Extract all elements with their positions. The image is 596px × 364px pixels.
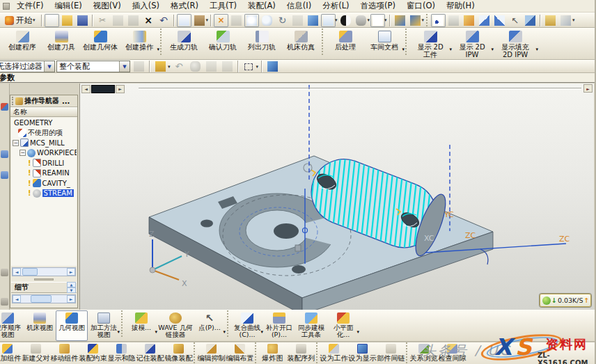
menu-preferences[interactable]: 首选项(P) xyxy=(355,0,401,12)
wireframe-caret-icon[interactable]: ▾ xyxy=(335,17,338,23)
composite-curve-button[interactable]: 复合曲线(C)... ▾ xyxy=(231,310,263,341)
angle-icon[interactable] xyxy=(558,14,573,27)
geometry-view-button[interactable]: 几何视图 xyxy=(56,310,88,341)
datum-plane-icon[interactable] xyxy=(446,14,461,27)
details-horizontal-scrollbar[interactable]: ◄ ► xyxy=(12,294,76,303)
postprocess-button[interactable]: 后处理 xyxy=(326,29,365,59)
scroll-right-icon[interactable]: ► xyxy=(67,295,75,303)
machine-simulation-button[interactable]: 机床仿真 xyxy=(281,29,320,59)
assembly-constraints-button[interactable]: 装配约束 xyxy=(79,342,107,364)
graphics-viewport[interactable]: YC XC ZC ZC Z Y X ◄ ► ► xyxy=(79,84,594,310)
rotate-view-icon[interactable]: ↻ xyxy=(275,14,290,27)
show-2d-ipw-button[interactable]: 显示 2D IPW ▾ xyxy=(451,29,493,59)
collapse-icon[interactable]: − xyxy=(13,140,19,146)
synchronous-modeling-button[interactable]: 同步建模工具条 xyxy=(295,310,327,341)
navigator-title-bar[interactable]: 操作导航器 ... xyxy=(10,95,77,107)
move-component-button[interactable]: 移动组件 xyxy=(50,342,79,364)
view-layout1-icon[interactable] xyxy=(393,14,407,27)
wave-geometry-linker-button[interactable]: WAVE 几何链接器 xyxy=(157,310,194,341)
shaded-object-icon[interactable] xyxy=(265,60,280,73)
menu-insert[interactable]: 插入(S) xyxy=(127,0,165,12)
save-icon[interactable] xyxy=(75,14,90,27)
tree-horizontal-scrollbar[interactable]: ◄ ► xyxy=(12,267,76,276)
undo-selection-icon[interactable]: ↶ xyxy=(172,60,187,73)
paste-icon[interactable] xyxy=(126,14,141,27)
open-folder-icon[interactable] xyxy=(60,14,74,27)
panel-splitter[interactable] xyxy=(10,278,77,281)
resource-tab-icon[interactable] xyxy=(1,150,8,158)
collapse-icon[interactable]: − xyxy=(19,150,26,156)
tree-row-ream[interactable]: ! REAMIN xyxy=(11,168,77,179)
scroll-left-icon[interactable]: ◄ xyxy=(81,85,91,93)
fit-view-icon[interactable]: × xyxy=(214,14,228,27)
resource-tab-icon[interactable] xyxy=(1,269,8,276)
start-button[interactable]: 开始 ▾ xyxy=(1,15,39,26)
face-analysis-caret-icon[interactable]: ▾ xyxy=(368,17,370,23)
interpart-select-icon[interactable] xyxy=(132,60,146,73)
background-caret-icon[interactable]: ▾ xyxy=(384,17,387,23)
tree-row-drill[interactable]: ! DRILLI xyxy=(11,158,77,168)
resource-tab-icon[interactable] xyxy=(1,171,8,179)
program-order-view-button[interactable]: 程序顺序视图 xyxy=(0,310,24,341)
spin-down-icon[interactable]: ▼ xyxy=(67,287,76,293)
background-color-icon[interactable] xyxy=(370,14,385,27)
cut-icon[interactable]: ✂ xyxy=(95,14,110,27)
select-up-icon[interactable] xyxy=(204,60,219,73)
wireframe-view-icon[interactable] xyxy=(321,14,336,27)
scroll-right-icon[interactable]: ► xyxy=(116,85,125,93)
selection-filter-caret-icon[interactable]: ▼ xyxy=(44,61,54,72)
tag-info-icon[interactable] xyxy=(177,14,191,27)
column-header-name[interactable]: 名称 xyxy=(10,107,77,117)
draft-button[interactable]: 拔模... ▾ xyxy=(125,310,157,341)
menu-assemblies[interactable]: 装配(A) xyxy=(242,0,281,12)
spin-up-icon[interactable]: ▲ xyxy=(67,282,76,287)
method-view-caret-icon[interactable]: ▾ xyxy=(117,329,120,335)
add-component-button[interactable]: 添加组件 xyxy=(0,342,22,364)
scrollbar-thumb[interactable] xyxy=(31,295,52,303)
zoom-box-icon[interactable] xyxy=(244,14,259,27)
create-operation-caret-icon[interactable]: ▾ xyxy=(157,47,159,52)
rectangle-select-caret-icon[interactable]: ▾ xyxy=(256,64,259,70)
list-toolpath-button[interactable]: 列出刀轨 xyxy=(242,29,281,59)
tree-row-unused[interactable]: 不使用的项 xyxy=(11,128,77,139)
menu-format[interactable]: 格式(R) xyxy=(165,0,204,12)
tree-row-geometry[interactable]: GEOMETRY xyxy=(11,118,77,128)
details-section-header[interactable]: 细节 ▲ ▼ xyxy=(11,282,77,293)
edit-arrangements-button[interactable]: 编辑布置 xyxy=(226,342,254,364)
scroll-left-icon[interactable]: ◄ xyxy=(13,268,21,276)
relations-browser-button[interactable]: 关系浏览 xyxy=(409,342,438,364)
view-layout2-icon[interactable] xyxy=(408,14,423,27)
resource-tab-icon[interactable] xyxy=(1,298,8,306)
select-next-icon[interactable] xyxy=(220,60,235,73)
snap-options-icon[interactable] xyxy=(153,60,168,73)
find-component-icon[interactable] xyxy=(192,14,207,27)
generate-toolpath-button[interactable]: 生成刀轨 xyxy=(164,29,203,59)
zoom-in-out-icon[interactable] xyxy=(260,14,274,27)
new-file-icon[interactable] xyxy=(45,14,59,27)
tree-row-mcs-mill[interactable]: − MCS_MILL xyxy=(11,138,77,148)
delete-icon[interactable]: × xyxy=(141,14,156,27)
snap-point-icon[interactable] xyxy=(431,14,446,27)
mirror-assembly-button[interactable]: 镜像装配 xyxy=(164,342,193,364)
shop-doc-caret-icon[interactable]: ▾ xyxy=(402,47,405,52)
sphere-select-icon[interactable] xyxy=(188,60,203,73)
network-speed-widget[interactable]: ↓ 0.03K/S ↑ xyxy=(540,294,591,307)
machine-tool-view-button[interactable]: 机床视图 xyxy=(24,310,56,341)
pan-disabled-icon[interactable] xyxy=(290,14,305,27)
exploded-view-button[interactable]: 爆炸图 xyxy=(258,342,287,364)
new-parent-button[interactable]: 新建父对 xyxy=(22,342,50,364)
interpart-link-button[interactable]: 部件间链 xyxy=(377,342,405,364)
rectangle-select-icon[interactable] xyxy=(242,60,256,73)
edit-suppression-button[interactable]: 编辑抑制 xyxy=(197,342,226,364)
face-analysis-icon[interactable] xyxy=(354,14,368,27)
remember-constraints-button[interactable]: 记住装配 xyxy=(136,342,164,364)
show-hide-constraints-button[interactable]: 显示和隐 xyxy=(107,342,136,364)
scrollbar-thumb[interactable] xyxy=(22,268,38,276)
menu-file[interactable]: 文件(F) xyxy=(11,0,49,12)
point-button[interactable]: ↖ 点(P)... ▾ xyxy=(194,310,226,341)
undo-icon[interactable]: ↶ xyxy=(157,14,171,27)
facet-body-button[interactable]: 小平面化... ▾ xyxy=(327,310,359,341)
shaded-view-icon[interactable] xyxy=(306,14,320,27)
menu-edit[interactable]: 编辑(E) xyxy=(49,0,88,12)
create-geometry-button[interactable]: 创建几何体 xyxy=(81,29,120,59)
